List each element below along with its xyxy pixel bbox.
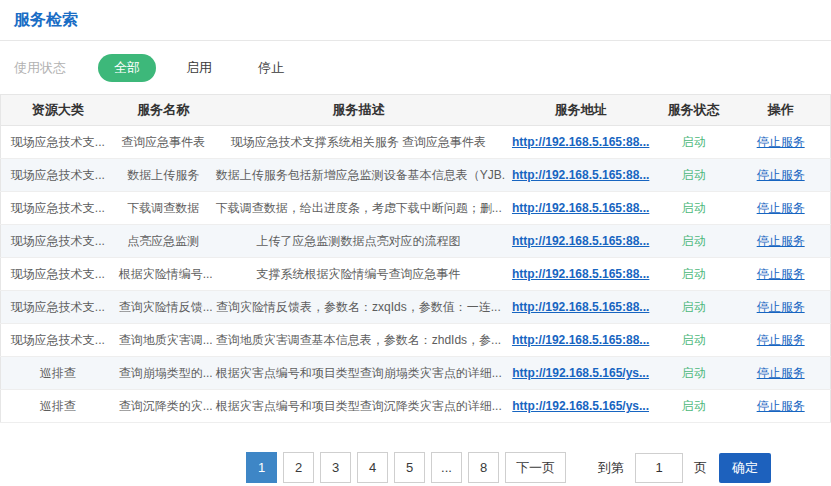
category-cell: 现场应急技术支... <box>1 192 115 225</box>
status-cell: 启动 <box>656 357 731 390</box>
service-address-cell: http://192.168.5.165:88... <box>505 324 656 357</box>
column-header-description: 服务描述 <box>212 95 505 126</box>
status-cell: 启动 <box>656 159 731 192</box>
page-ellipsis[interactable]: ... <box>431 452 462 483</box>
category-cell: 巡排查 <box>1 357 115 390</box>
status-cell: 启动 <box>656 225 731 258</box>
confirm-button[interactable]: 确定 <box>719 453 771 483</box>
action-cell: 停止服务 <box>731 258 830 291</box>
service-url-link[interactable]: http://192.168.5.165:88... <box>512 333 649 347</box>
status-cell: 启动 <box>656 192 731 225</box>
name-cell: 查询沉降类的灾... <box>115 390 212 423</box>
stop-service-link[interactable]: 停止服务 <box>757 300 805 314</box>
table-row: 现场应急技术支...根据灾险情编号...支撑系统根据灾险情编号查询应急事件htt… <box>1 258 831 291</box>
service-url-link[interactable]: http://192.168.5.165:88... <box>512 201 649 215</box>
description-cell: 查询地质灾害调查基本信息表，参数名：zhdIds，参... <box>212 324 505 357</box>
table-row: 巡排查查询崩塌类型的...根据灾害点编号和项目类型查询崩塌类灾害点的详细...h… <box>1 357 831 390</box>
service-address-cell: http://192.168.5.165/ys... <box>505 390 656 423</box>
service-address-cell: http://192.168.5.165:88... <box>505 258 656 291</box>
page-header: 服务检索 <box>0 0 831 41</box>
table-row: 巡排查查询沉降类的灾...根据灾害点编号和项目类型查询沉降类灾害点的详细...h… <box>1 390 831 423</box>
name-cell: 数据上传服务 <box>115 159 212 192</box>
table-row: 现场应急技术支...点亮应急监测上传了应急监测数据点亮对应的流程图http://… <box>1 225 831 258</box>
service-address-cell: http://192.168.5.165:88... <box>505 192 656 225</box>
name-cell: 查询崩塌类型的... <box>115 357 212 390</box>
name-cell: 根据灾险情编号... <box>115 258 212 291</box>
page-button-1[interactable]: 1 <box>246 452 277 483</box>
description-cell: 支撑系统根据灾险情编号查询应急事件 <box>212 258 505 291</box>
filter-bar: 使用状态 全部 启用 停止 <box>0 41 831 94</box>
stop-service-link[interactable]: 停止服务 <box>757 399 805 413</box>
description-cell: 数据上传服务包括新增应急监测设备基本信息表（YJB... <box>212 159 505 192</box>
service-url-link[interactable]: http://192.168.5.165/ys... <box>512 366 649 380</box>
category-cell: 现场应急技术支... <box>1 291 115 324</box>
jump-suffix-label: 页 <box>694 459 707 477</box>
action-cell: 停止服务 <box>731 225 830 258</box>
service-url-link[interactable]: http://192.168.5.165:88... <box>512 234 649 248</box>
category-cell: 现场应急技术支... <box>1 258 115 291</box>
category-cell: 现场应急技术支... <box>1 159 115 192</box>
table-row: 现场应急技术支...下载调查数据下载调查数据，给出进度条，考虑下载中断问题；删.… <box>1 192 831 225</box>
column-header-address: 服务地址 <box>505 95 656 126</box>
status-cell: 启动 <box>656 126 731 159</box>
service-url-link[interactable]: http://192.168.5.165:88... <box>512 135 649 149</box>
service-address-cell: http://192.168.5.165:88... <box>505 291 656 324</box>
service-url-link[interactable]: http://192.168.5.165:88... <box>512 300 649 314</box>
stop-service-link[interactable]: 停止服务 <box>757 234 805 248</box>
filter-option-stopped[interactable]: 停止 <box>242 54 300 82</box>
service-address-cell: http://192.168.5.165:88... <box>505 126 656 159</box>
stop-service-link[interactable]: 停止服务 <box>757 135 805 149</box>
stop-service-link[interactable]: 停止服务 <box>757 366 805 380</box>
service-url-link[interactable]: http://192.168.5.165:88... <box>512 267 649 281</box>
category-cell: 现场应急技术支... <box>1 225 115 258</box>
action-cell: 停止服务 <box>731 357 830 390</box>
column-header-category: 资源大类 <box>1 95 115 126</box>
name-cell: 查询地质灾害调... <box>115 324 212 357</box>
name-cell: 查询灾险情反馈... <box>115 291 212 324</box>
table-row: 现场应急技术支...查询应急事件表现场应急技术支撑系统相关服务 查询应急事件表h… <box>1 126 831 159</box>
filter-option-all[interactable]: 全部 <box>98 54 156 82</box>
service-address-cell: http://192.168.5.165/ys... <box>505 357 656 390</box>
table-row: 现场应急技术支...查询灾险情反馈...查询灾险情反馈表，参数名：zxqIds，… <box>1 291 831 324</box>
service-url-link[interactable]: http://192.168.5.165:88... <box>512 168 649 182</box>
action-cell: 停止服务 <box>731 390 830 423</box>
stop-service-link[interactable]: 停止服务 <box>757 333 805 347</box>
description-cell: 查询灾险情反馈表，参数名：zxqIds，参数值：一连... <box>212 291 505 324</box>
service-url-link[interactable]: http://192.168.5.165/ys... <box>512 399 649 413</box>
stop-service-link[interactable]: 停止服务 <box>757 201 805 215</box>
service-address-cell: http://192.168.5.165:88... <box>505 159 656 192</box>
status-cell: 启动 <box>656 258 731 291</box>
filter-label: 使用状态 <box>14 59 66 77</box>
action-cell: 停止服务 <box>731 291 830 324</box>
page-buttons: 12345...8 <box>246 452 505 483</box>
action-cell: 停止服务 <box>731 126 830 159</box>
action-cell: 停止服务 <box>731 159 830 192</box>
page-button-4[interactable]: 4 <box>357 452 388 483</box>
next-page-button[interactable]: 下一页 <box>505 452 566 483</box>
action-cell: 停止服务 <box>731 192 830 225</box>
status-cell: 启动 <box>656 390 731 423</box>
description-cell: 下载调查数据，给出进度条，考虑下载中断问题；删... <box>212 192 505 225</box>
page-jump-input[interactable] <box>635 453 683 483</box>
page-button-8[interactable]: 8 <box>468 452 499 483</box>
page-button-3[interactable]: 3 <box>320 452 351 483</box>
description-cell: 现场应急技术支撑系统相关服务 查询应急事件表 <box>212 126 505 159</box>
filter-option-enabled[interactable]: 启用 <box>170 54 228 82</box>
page-button-2[interactable]: 2 <box>283 452 314 483</box>
description-cell: 根据灾害点编号和项目类型查询沉降类灾害点的详细... <box>212 390 505 423</box>
table-header: 资源大类 服务名称 服务描述 服务地址 服务状态 操作 <box>1 95 831 126</box>
name-cell: 查询应急事件表 <box>115 126 212 159</box>
stop-service-link[interactable]: 停止服务 <box>757 267 805 281</box>
service-address-cell: http://192.168.5.165:88... <box>505 225 656 258</box>
column-header-action: 操作 <box>731 95 830 126</box>
service-search-page: 服务检索 使用状态 全部 启用 停止 资源大类 服务名称 服务描述 服务地址 服… <box>0 0 831 486</box>
jump-prefix-label: 到第 <box>598 459 624 477</box>
pagination: 12345...8 下一页 到第 页 确定 <box>0 452 831 483</box>
stop-service-link[interactable]: 停止服务 <box>757 168 805 182</box>
category-cell: 巡排查 <box>1 390 115 423</box>
category-cell: 现场应急技术支... <box>1 126 115 159</box>
table-row: 现场应急技术支...数据上传服务数据上传服务包括新增应急监测设备基本信息表（YJ… <box>1 159 831 192</box>
action-cell: 停止服务 <box>731 324 830 357</box>
page-button-5[interactable]: 5 <box>394 452 425 483</box>
service-table: 资源大类 服务名称 服务描述 服务地址 服务状态 操作 现场应急技术支...查询… <box>0 94 831 423</box>
